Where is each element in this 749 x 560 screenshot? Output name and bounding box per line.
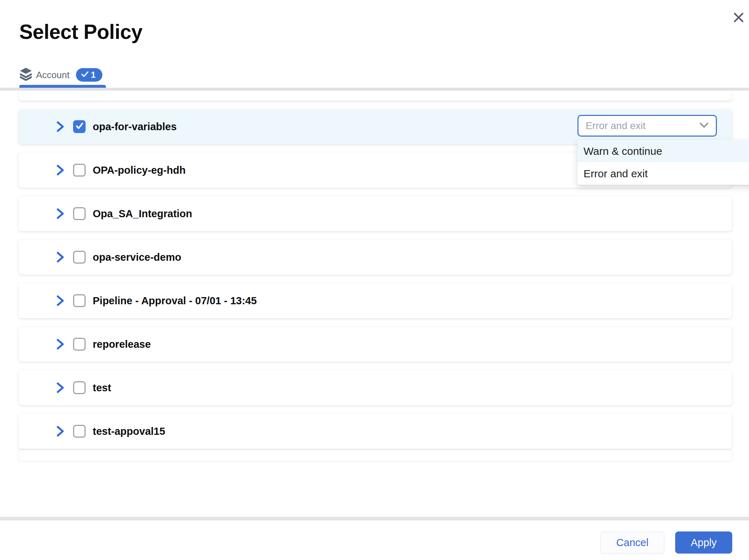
chevron-right-icon[interactable] [55, 295, 66, 307]
policy-name: Opa_SA_Integration [93, 208, 192, 220]
tab-account-label: Account [36, 70, 70, 81]
failure-strategy-select[interactable]: Error and exit [577, 115, 717, 137]
policy-row-pipeline-approval[interactable]: Pipeline - Approval - 07/01 - 13:45 [19, 283, 732, 318]
policy-checkbox[interactable] [73, 207, 86, 220]
close-button[interactable] [728, 8, 749, 29]
chevron-right-icon[interactable] [55, 251, 66, 263]
policy-checkbox[interactable] [73, 338, 86, 351]
policy-checkbox[interactable] [73, 251, 86, 264]
policy-name: opa-for-variables [93, 121, 177, 133]
policy-checkbox[interactable] [73, 164, 86, 177]
tab-account[interactable]: Account 1 [19, 66, 102, 83]
header-divider [0, 88, 749, 91]
chevron-right-icon[interactable] [55, 121, 66, 133]
policy-row-opa-service-demo[interactable]: opa-service-demo [19, 240, 732, 275]
menu-option-error-exit[interactable]: Error and exit [577, 162, 749, 185]
layers-icon [19, 67, 32, 82]
policy-checkbox[interactable] [73, 425, 86, 438]
menu-option-warn-continue[interactable]: Warn & continue [577, 140, 749, 162]
policy-name: test-appoval15 [93, 426, 165, 437]
policy-name: Pipeline - Approval - 07/01 - 13:45 [93, 295, 257, 307]
policy-row-test[interactable]: test [19, 370, 732, 405]
close-icon [731, 10, 747, 27]
policy-checkbox[interactable] [73, 120, 86, 133]
policy-name: OPA-policy-eg-hdh [93, 164, 185, 176]
chevron-right-icon[interactable] [55, 338, 66, 350]
partially-scrolled-row [19, 91, 732, 101]
failure-strategy-value: Error and exit [586, 120, 646, 132]
policy-row-test-appoval15[interactable]: test-appoval15 [19, 414, 732, 449]
chevron-down-icon [699, 122, 709, 129]
policy-row-reporelease[interactable]: reporelease [19, 327, 732, 362]
failure-strategy-menu: Warn & continue Error and exit [577, 140, 749, 185]
check-icon [75, 122, 84, 131]
policy-name: opa-service-demo [93, 251, 181, 263]
apply-button[interactable]: Apply [675, 531, 732, 554]
chevron-right-icon[interactable] [55, 425, 66, 437]
chevron-right-icon[interactable] [55, 382, 66, 394]
policy-name: test [93, 382, 111, 394]
footer-divider [0, 517, 749, 520]
policy-checkbox[interactable] [73, 381, 86, 394]
check-icon [81, 71, 88, 79]
chevron-right-icon[interactable] [55, 164, 66, 176]
partially-scrolled-row [19, 450, 732, 461]
policy-checkbox[interactable] [73, 294, 86, 307]
policy-name: reporelease [93, 338, 151, 350]
selected-count: 1 [91, 70, 96, 80]
page-title: Select Policy [19, 20, 142, 44]
policy-row-opa-sa-integration[interactable]: Opa_SA_Integration [19, 196, 732, 231]
selected-count-badge: 1 [76, 68, 102, 82]
chevron-right-icon[interactable] [55, 208, 66, 220]
cancel-button[interactable]: Cancel [600, 531, 664, 554]
